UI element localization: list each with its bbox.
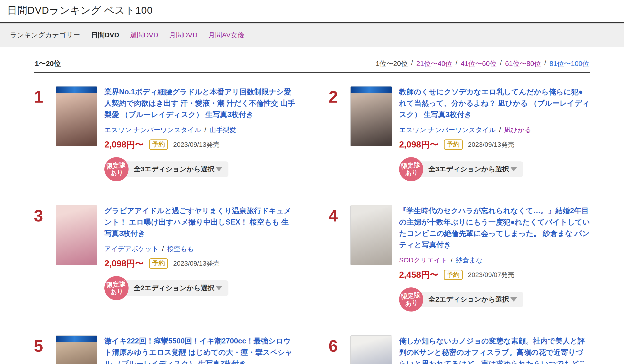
rank-number: 2 xyxy=(329,86,350,105)
chevron-down-icon xyxy=(216,286,222,290)
rank-number: 1 xyxy=(34,86,56,105)
edition-select-label: 全2エディションから選択 xyxy=(134,283,214,293)
item-body: 『学生時代のセクハラが忘れられなくて…。』結婚2年目の主婦が十数年ぶりにもう一度… xyxy=(399,205,590,312)
product-thumbnail[interactable] xyxy=(56,335,97,364)
reserve-badge: 予約 xyxy=(444,270,463,280)
maker-actress-separator: / xyxy=(162,245,164,253)
product-title-link[interactable]: 激イキ222回！痙攣5500回！イキ潮2700cc！最強シロウト清原みゆうエロス… xyxy=(104,335,295,364)
edition-select-dropdown[interactable]: 全3エディションから選択 xyxy=(417,161,523,177)
maker-actress-separator: / xyxy=(451,256,453,264)
edition-select-dropdown[interactable]: 全3エディションから選択 xyxy=(122,161,229,177)
actress-link[interactable]: 凪ひかる xyxy=(504,126,531,135)
edition-select-dropdown[interactable]: 全2エディションから選択 xyxy=(122,280,229,296)
price-row: 2,098円〜 予約 2023/09/13発売 xyxy=(399,139,590,151)
maker-link[interactable]: エスワン ナンバーワンスタイル xyxy=(104,126,201,135)
category-nav-label: ランキングカテゴリー xyxy=(10,30,80,40)
category-tab-weekly-dvd[interactable]: 週間DVD xyxy=(130,30,158,40)
page-header: 日間DVDランキング ベスト100 xyxy=(0,0,624,22)
reserve-badge: 予約 xyxy=(149,139,168,150)
category-tab-monthly-av-actress[interactable]: 月間AV女優 xyxy=(208,30,245,40)
actress-link[interactable]: 山手梨愛 xyxy=(209,126,236,135)
rank-number: 6 xyxy=(329,335,350,354)
price-text: 2,458円〜 xyxy=(399,269,439,281)
page-link-1-20: 1位〜20位 xyxy=(376,59,408,68)
price-row: 2,098円〜 予約 2023/09/13発売 xyxy=(104,139,295,151)
product-thumbnail[interactable] xyxy=(56,86,97,146)
maker-actress-separator: / xyxy=(204,126,206,134)
ranking-item: 1 業界No.1ボディ細腰グラドルと本番アリ回数制限ナシ愛人契約で肉欲はき出す … xyxy=(34,86,295,193)
chevron-down-icon xyxy=(216,167,222,171)
maker-link[interactable]: SODクリエイト xyxy=(399,256,447,265)
pagination-row: 1〜20位 1位〜20位 / 21位〜40位 / 41位〜60位 / 61位〜8… xyxy=(34,59,590,73)
cover-art xyxy=(351,87,392,146)
maker-actress-row: アイデアポケット / 桜空もも xyxy=(104,244,295,253)
rank-number: 4 xyxy=(329,205,350,224)
edition-row: 限定版 あり 全2エディションから選択 xyxy=(399,287,590,312)
category-tab-daily-dvd[interactable]: 日間DVD xyxy=(91,30,119,40)
release-date: 2023/09/13発売 xyxy=(173,259,220,268)
rank-number: 3 xyxy=(34,205,56,224)
product-title-link[interactable]: 教師のくせにクソデカなエロ乳してんだから俺らに犯●れて当然って、分かるよね？ 凪… xyxy=(399,86,590,120)
limited-badge-line2: あり xyxy=(110,287,124,296)
chevron-down-icon xyxy=(510,167,517,171)
actress-link[interactable]: 紗倉まな xyxy=(456,256,483,265)
cover-art xyxy=(56,205,97,265)
product-title-link[interactable]: グラビアアイドルと過ごすヤリまくり温泉旅行ドキュメント！ エロ曝け出すハメ撮り中… xyxy=(104,205,295,239)
ranking-category-nav: ランキングカテゴリー 日間DVD 週間DVD 月間DVD 月間AV女優 xyxy=(0,22,624,47)
cover-art xyxy=(56,336,97,364)
product-title-link[interactable]: 『学生時代のセクハラが忘れられなくて…。』結婚2年目の主婦が十数年ぶりにもう一度… xyxy=(399,205,590,250)
product-thumbnail[interactable] xyxy=(56,205,97,265)
edition-row: 限定版 あり 全3エディションから選択 xyxy=(399,157,590,181)
release-date: 2023/09/13発売 xyxy=(173,140,220,149)
ranking-item: 3 グラビアアイドルと過ごすヤリまくり温泉旅行ドキュメント！ エロ曝け出すハメ撮… xyxy=(34,205,295,323)
maker-link[interactable]: アイデアポケット xyxy=(104,244,159,253)
reserve-badge: 予約 xyxy=(149,258,168,269)
pagination-separator: / xyxy=(544,59,546,68)
release-date: 2023/09/07発売 xyxy=(468,270,514,279)
limited-edition-badge: 限定版 あり xyxy=(398,156,424,182)
item-body: 俺しか知らないカノジョの変態な素顔。社内で美人と評判のKサンと秘密のオフィスラブ… xyxy=(399,335,590,364)
price-text: 2,098円〜 xyxy=(104,258,144,270)
category-tab-monthly-dvd[interactable]: 月間DVD xyxy=(169,30,197,40)
cover-art xyxy=(351,336,392,364)
item-body: グラビアアイドルと過ごすヤリまくり温泉旅行ドキュメント！ エロ曝け出すハメ撮り中… xyxy=(104,205,295,300)
ranking-item: 4 『学生時代のセクハラが忘れられなくて…。』結婚2年目の主婦が十数年ぶりにもう… xyxy=(329,205,590,323)
ranking-item: 2 教師のくせにクソデカなエロ乳してんだから俺らに犯●れて当然って、分かるよね？… xyxy=(329,86,590,193)
product-title-link[interactable]: 俺しか知らないカノジョの変態な素顔。社内で美人と評判のKサンと秘密のオフィスラブ… xyxy=(399,335,590,364)
product-thumbnail[interactable] xyxy=(350,335,392,364)
limited-badge-line2: あり xyxy=(405,299,418,308)
price-row: 2,098円〜 予約 2023/09/13発売 xyxy=(104,258,295,270)
maker-link[interactable]: エスワン ナンバーワンスタイル xyxy=(399,126,496,135)
edition-select-label: 全2エディションから選択 xyxy=(428,295,509,304)
chevron-down-icon xyxy=(510,297,517,302)
ranking-item: 5 激イキ222回！痙攣5500回！イキ潮2700cc！最強シロウト清原みゆうエ… xyxy=(34,335,295,364)
page-link-21-40[interactable]: 21位〜40位 xyxy=(416,59,452,68)
pagination-separator: / xyxy=(455,59,457,68)
price-text: 2,098円〜 xyxy=(104,139,144,151)
edition-select-label: 全3エディションから選択 xyxy=(134,164,214,174)
pagination-separator: / xyxy=(500,59,502,68)
rank-number: 5 xyxy=(34,335,56,354)
page-title: 日間DVDランキング ベスト100 xyxy=(7,4,617,17)
page-link-81-100[interactable]: 81位〜100位 xyxy=(549,59,589,68)
limited-edition-badge: 限定版 あり xyxy=(103,275,130,301)
edition-select-dropdown[interactable]: 全2エディションから選択 xyxy=(417,292,523,307)
rank-range-label: 1〜20位 xyxy=(35,59,61,68)
actress-link[interactable]: 桜空もも xyxy=(167,244,194,253)
limited-badge-line2: あり xyxy=(110,169,124,177)
page-link-41-60[interactable]: 41位〜60位 xyxy=(461,59,497,68)
product-thumbnail[interactable] xyxy=(350,205,392,265)
ranking-content: 1〜20位 1位〜20位 / 21位〜40位 / 41位〜60位 / 61位〜8… xyxy=(34,47,590,364)
limited-badge-line2: あり xyxy=(405,169,418,177)
item-body: 教師のくせにクソデカなエロ乳してんだから俺らに犯●れて当然って、分かるよね？ 凪… xyxy=(399,86,590,181)
cover-art xyxy=(351,205,392,265)
maker-actress-row: エスワン ナンバーワンスタイル / 山手梨愛 xyxy=(104,126,295,135)
edition-row: 限定版 あり 全3エディションから選択 xyxy=(104,157,295,181)
pagination-links: 1位〜20位 / 21位〜40位 / 41位〜60位 / 61位〜80位 / 8… xyxy=(376,59,589,68)
limited-edition-badge: 限定版 あり xyxy=(103,156,130,182)
product-thumbnail[interactable] xyxy=(350,86,392,146)
cover-art xyxy=(56,87,97,146)
product-title-link[interactable]: 業界No.1ボディ細腰グラドルと本番アリ回数制限ナシ愛人契約で肉欲はき出す 汗・… xyxy=(104,86,295,120)
page-link-61-80[interactable]: 61位〜80位 xyxy=(505,59,541,68)
release-date: 2023/09/13発売 xyxy=(468,140,514,149)
